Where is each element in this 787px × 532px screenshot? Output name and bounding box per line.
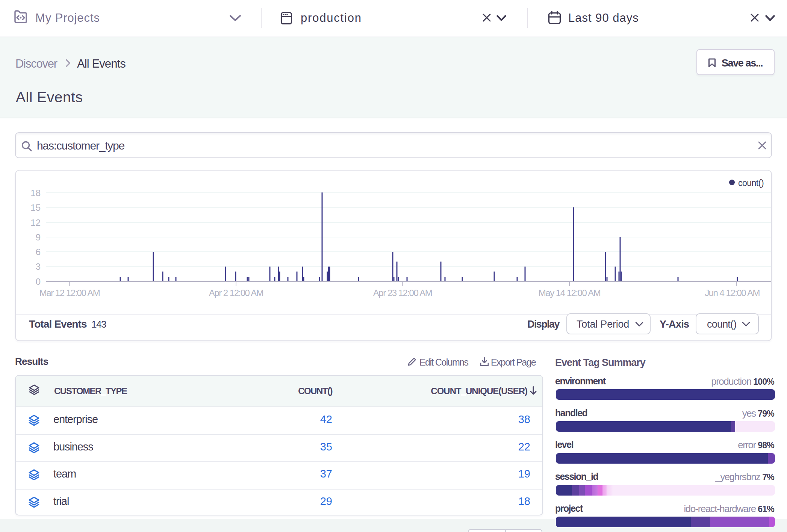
svg-text:0: 0	[36, 277, 41, 287]
svg-text:Jun 4 12:00 AM: Jun 4 12:00 AM	[705, 288, 760, 298]
svg-text:Mar 12 12:00 AM: Mar 12 12:00 AM	[39, 288, 100, 298]
svg-text:9: 9	[36, 232, 41, 242]
svg-text:Apr 2 12:00 AM: Apr 2 12:00 AM	[209, 288, 263, 298]
svg-text:Apr 23 12:00 AM: Apr 23 12:00 AM	[373, 288, 432, 298]
svg-text:May 14 12:00 AM: May 14 12:00 AM	[539, 288, 601, 298]
svg-text:15: 15	[30, 203, 41, 213]
svg-text:6: 6	[36, 247, 41, 257]
svg-text:12: 12	[30, 218, 41, 228]
svg-text:18: 18	[30, 188, 41, 198]
svg-text:3: 3	[36, 261, 41, 272]
